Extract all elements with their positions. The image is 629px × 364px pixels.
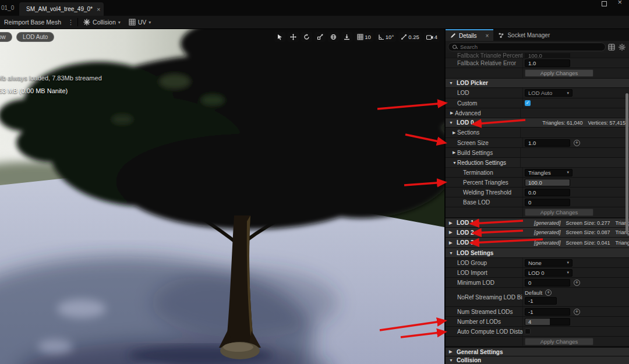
section-lod1[interactable]: ▶ LOD 1 [generated]Screen Size: 0.277Tri…: [446, 218, 629, 228]
move-tool[interactable]: [288, 32, 299, 42]
reset-to-default-icon[interactable]: +: [574, 140, 580, 146]
tab-details[interactable]: Details ×: [446, 29, 493, 41]
property-row-reduction-settings[interactable]: ▼ Reduction Settings: [446, 158, 629, 168]
active-asset-tab[interactable]: SM_AM_vol4_tree_49_0* ×: [19, 2, 104, 16]
noref-streaming-lod-bias-input[interactable]: -1: [525, 297, 557, 305]
lod-auto-button[interactable]: LOD Auto: [16, 32, 54, 42]
property-row-fallback-relative-error: Fallback Relative Error 1.0: [446, 58, 629, 68]
close-window-icon[interactable]: ×: [617, 0, 622, 6]
chevron-down-icon: ▾: [118, 20, 121, 25]
tab-close-icon[interactable]: ×: [97, 6, 100, 13]
apply-changes-button[interactable]: Apply Changes: [525, 208, 593, 216]
partial-left-tab[interactable]: 01_0: [1, 5, 14, 11]
apply-changes-button[interactable]: Apply Changes: [525, 338, 593, 345]
reset-to-default-icon[interactable]: +: [574, 280, 580, 286]
section-title: General Settings: [457, 349, 503, 355]
collapsed-icon: ▶: [449, 221, 454, 225]
lod2-stats: [generated]Screen Size: 0.087Triangles: …: [534, 229, 629, 235]
tab-socket-manager[interactable]: Socket Manager: [493, 29, 554, 41]
viewport-toolbar: 10 10° 0.25 4: [274, 32, 440, 42]
display-filter-icon[interactable]: [608, 44, 615, 51]
base-lod-input[interactable]: 0: [525, 199, 570, 206]
select-tool[interactable]: [274, 32, 285, 42]
section-lod2[interactable]: ▶ LOD 2 [generated]Screen Size: 0.087Tri…: [446, 228, 629, 238]
3d-viewport[interactable]: ow LOD Auto: [0, 29, 444, 364]
termination-dropdown[interactable]: Triangles▾: [525, 169, 573, 176]
world-space-icon: [330, 34, 337, 40]
restore-window-icon[interactable]: [602, 1, 607, 6]
socket-manager-label: Socket Manager: [507, 32, 550, 38]
fallback-relative-error-input[interactable]: 1.0: [525, 59, 570, 67]
auto-compute-lod-distances-checkbox[interactable]: [525, 328, 531, 334]
property-row-lod-group: LOD Group None▾: [446, 258, 629, 268]
property-label: Custom: [446, 100, 522, 107]
scale-tool[interactable]: [314, 32, 326, 42]
toolbar-separator: [77, 18, 78, 26]
fallback-triangle-percent-input[interactable]: 100.0: [525, 53, 570, 58]
reset-to-default-icon[interactable]: +: [574, 309, 580, 315]
screen-size-input[interactable]: 1.0: [525, 139, 570, 147]
apply-changes-button[interactable]: Apply Changes: [525, 69, 593, 77]
rotate-tool-icon: [303, 34, 310, 40]
property-row-lod: LOD LOD Auto▾: [446, 88, 629, 98]
property-row-lod-import: LOD Import LOD 0▾: [446, 268, 629, 278]
section-title: LOD 2: [457, 229, 473, 236]
search-input[interactable]: Search: [448, 43, 606, 51]
camera-speed-control[interactable]: 4: [424, 32, 440, 42]
property-label: Termination: [446, 169, 522, 176]
coordinate-space-toggle[interactable]: [328, 32, 339, 42]
custom-checkbox[interactable]: ✓: [525, 100, 531, 106]
lod-group-dropdown[interactable]: None▾: [525, 259, 573, 267]
reimport-options-icon[interactable]: ⋮: [65, 19, 76, 26]
section-collision[interactable]: ▼ Collision: [446, 356, 629, 364]
reset-to-default-icon[interactable]: +: [545, 289, 552, 296]
details-scrollbar[interactable]: [626, 93, 628, 233]
percent-triangles-slider[interactable]: 100.0: [525, 179, 570, 186]
property-row-sections[interactable]: ▶ Sections: [446, 128, 629, 138]
settings-gear-icon[interactable]: [619, 44, 626, 51]
property-label: Auto Compute LOD Distances: [446, 328, 522, 335]
collision-menu-button[interactable]: Collision ▾: [79, 16, 125, 29]
rotate-tool[interactable]: [301, 32, 312, 42]
move-tool-icon: [290, 34, 296, 40]
rotation-snap-control[interactable]: 10°: [376, 32, 396, 42]
lod3-stats: [generated]Screen Size: 0.041Triangles: …: [534, 240, 629, 246]
memory-stats-line1: Mb always loaded, 7.83Mb streamed: [0, 75, 102, 82]
collapsed-icon: ▶: [449, 349, 454, 354]
show-menu-button[interactable]: ow: [0, 32, 12, 42]
minimum-lod-input[interactable]: 0: [525, 279, 570, 287]
section-general-settings[interactable]: ▶ General Settings: [446, 347, 629, 356]
section-lod3[interactable]: ▶ LOD 3 [generated]Screen Size: 0.041Tri…: [446, 238, 629, 248]
grid-snap-control[interactable]: 10: [355, 32, 373, 42]
collapsed-icon: ▶: [450, 111, 455, 115]
welding-threshold-input[interactable]: 0.0: [525, 189, 570, 196]
property-row-advanced[interactable]: ▶ Advanced: [446, 108, 629, 118]
expanded-icon: ▼: [449, 251, 454, 255]
chevron-down-icon: ▾: [567, 91, 569, 96]
close-details-tab-icon[interactable]: ×: [486, 33, 489, 39]
grid-snap-icon: [357, 34, 363, 40]
property-label: Reduction Settings: [457, 160, 520, 166]
property-row-build-settings[interactable]: ▶ Build Settings: [446, 148, 629, 158]
lod-import-dropdown[interactable]: LOD 0▾: [525, 269, 573, 277]
section-lod0[interactable]: ▼ LOD 0 Triangles: 61,040Vertices: 57,41…: [446, 118, 629, 128]
surface-snapping-toggle[interactable]: [341, 32, 352, 42]
lod-dropdown[interactable]: LOD Auto▾: [525, 89, 573, 97]
search-placeholder: Search: [460, 44, 478, 50]
uv-label: UV: [138, 19, 147, 26]
property-rows: Fallback Triangle Percent 100.0 Fallback…: [446, 53, 629, 364]
number-of-lods-slider[interactable]: 4: [525, 318, 570, 326]
reimport-base-mesh-button[interactable]: Reimport Base Mesh: [0, 16, 65, 29]
reimport-label: Reimport Base Mesh: [4, 19, 61, 26]
collapsed-icon: ▶: [453, 150, 457, 155]
section-lod-picker[interactable]: ▼ LOD Picker: [446, 79, 629, 88]
apply-changes-row-reduction: Apply Changes: [446, 207, 629, 218]
uv-menu-button[interactable]: UV ▾: [125, 16, 156, 29]
chevron-down-icon: ▾: [567, 270, 569, 275]
property-label: NoRef Streaming LOD Bias: [446, 294, 522, 301]
expanded-icon: ▼: [453, 161, 457, 165]
scale-snap-control[interactable]: 0.25: [398, 32, 422, 42]
num-streamed-lods-input[interactable]: -1: [525, 308, 570, 316]
property-row-noref-streaming-lod-bias: NoRef Streaming LOD Bias Default + -1: [446, 288, 629, 307]
section-lod-settings[interactable]: ▼ LOD Settings: [446, 248, 629, 258]
